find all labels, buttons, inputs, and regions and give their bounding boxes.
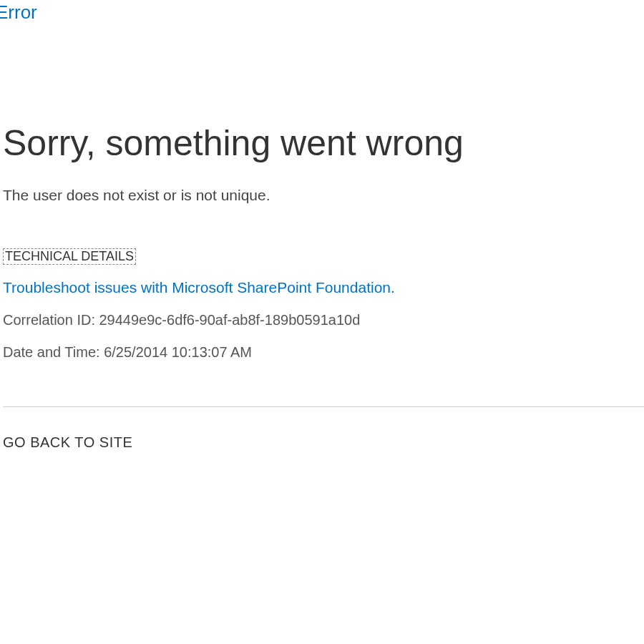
go-back-link[interactable]: GO BACK TO SITE [3,434,132,451]
divider [3,406,644,407]
page-title: Error [0,0,644,24]
correlation-id: Correlation ID: 29449e9c-6df6-90af-ab8f-… [3,312,644,328]
troubleshoot-link[interactable]: Troubleshoot issues with Microsoft Share… [3,279,644,296]
error-datetime: Date and Time: 6/25/2014 10:13:07 AM [3,344,644,361]
error-content: Sorry, something went wrong The user doe… [0,122,644,451]
error-message: The user does not exist or is not unique… [3,187,644,204]
technical-details-toggle[interactable]: TECHNICAL DETAILS [3,248,136,265]
error-heading: Sorry, something went wrong [3,122,644,164]
